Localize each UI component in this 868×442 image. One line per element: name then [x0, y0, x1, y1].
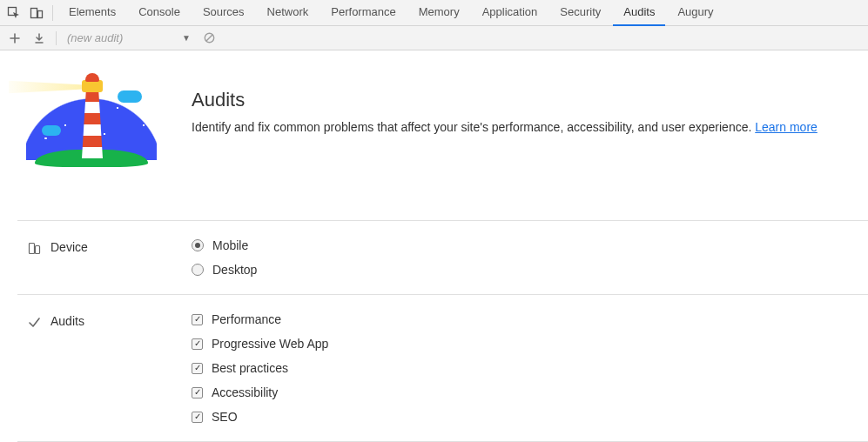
separator [52, 5, 53, 21]
check-icon [26, 314, 42, 330]
tab-performance[interactable]: Performance [320, 0, 406, 26]
devtools-tabbar: Elements Console Sources Network Perform… [0, 0, 868, 26]
svg-rect-2 [38, 10, 43, 17]
audits-panel: Audits Identify and fix common problems … [0, 50, 868, 442]
clear-icon[interactable] [199, 26, 219, 50]
option-label: Progressive Web App [212, 337, 328, 351]
option-label: Desktop [212, 263, 257, 277]
radio-icon [192, 239, 204, 251]
option-label: Best practices [212, 361, 288, 375]
description-text: Identify and fix common problems that af… [192, 120, 755, 134]
tab-label: Audits [623, 5, 655, 18]
audit-dropdown[interactable]: (new audit) ▼ [64, 31, 194, 44]
audit-option-accessibility[interactable]: Accessibility [192, 385, 328, 399]
audits-toolbar: (new audit) ▼ [0, 26, 868, 50]
tab-memory[interactable]: Memory [408, 0, 470, 26]
option-label: Mobile [212, 238, 248, 252]
download-icon[interactable] [30, 26, 49, 50]
tab-label: Augury [677, 5, 713, 18]
audit-option-performance[interactable]: Performance [192, 312, 328, 326]
audit-option-seo[interactable]: SEO [192, 410, 328, 424]
option-label: Accessibility [212, 385, 278, 399]
audits-section: Audits Performance Progressive Web App B… [17, 295, 868, 442]
radio-icon [192, 264, 204, 276]
tab-sources[interactable]: Sources [192, 0, 255, 26]
device-options: Mobile Desktop [192, 238, 257, 277]
page-description: Identify and fix common problems that af… [192, 120, 818, 134]
tab-application[interactable]: Application [472, 0, 548, 26]
tab-console[interactable]: Console [128, 0, 191, 26]
section-title: Audits [50, 314, 84, 328]
lighthouse-illustration [17, 64, 165, 186]
audits-header-text: Audits Identify and fix common problems … [192, 64, 818, 192]
chevron-down-icon: ▼ [182, 33, 191, 43]
separator [56, 31, 57, 45]
audits-header: Audits Identify and fix common problems … [17, 64, 868, 221]
checkbox-icon [192, 363, 203, 374]
tab-label: Memory [419, 5, 460, 18]
svg-line-4 [206, 35, 212, 41]
device-section: Device Mobile Desktop [17, 221, 868, 295]
device-icon [26, 240, 42, 256]
tab-label: Application [482, 5, 538, 18]
audit-option-best-practices[interactable]: Best practices [192, 361, 328, 375]
tab-elements[interactable]: Elements [58, 0, 126, 26]
section-title: Device [50, 240, 88, 254]
tab-label: Elements [69, 5, 116, 18]
tab-label: Performance [331, 5, 395, 18]
option-label: Performance [212, 312, 281, 326]
tab-label: Security [560, 5, 601, 18]
page-title: Audits [192, 89, 818, 111]
device-section-label: Device [26, 238, 192, 277]
checkbox-icon [192, 314, 203, 325]
checkbox-icon [192, 387, 203, 398]
device-toolbar-icon[interactable] [26, 0, 47, 26]
tab-network[interactable]: Network [257, 0, 320, 26]
tab-label: Network [267, 5, 309, 18]
svg-rect-1 [31, 8, 37, 17]
tab-augury[interactable]: Augury [667, 0, 723, 26]
audit-category-options: Performance Progressive Web App Best pra… [192, 312, 328, 424]
new-audit-icon[interactable] [5, 26, 24, 50]
audit-dropdown-label: (new audit) [67, 31, 123, 44]
device-option-desktop[interactable]: Desktop [192, 263, 257, 277]
tab-security[interactable]: Security [549, 0, 611, 26]
device-option-mobile[interactable]: Mobile [192, 238, 257, 252]
audits-section-label: Audits [26, 312, 192, 424]
tab-label: Sources [203, 5, 245, 18]
tab-audits[interactable]: Audits [613, 0, 665, 26]
audit-option-pwa[interactable]: Progressive Web App [192, 337, 328, 351]
inspect-element-icon[interactable] [3, 0, 24, 26]
checkbox-icon [192, 338, 203, 350]
tab-label: Console [138, 5, 180, 18]
option-label: SEO [212, 410, 238, 424]
learn-more-link[interactable]: Learn more [755, 120, 818, 134]
svg-rect-5 [29, 243, 34, 253]
checkbox-icon [192, 412, 203, 423]
svg-rect-6 [35, 245, 39, 253]
